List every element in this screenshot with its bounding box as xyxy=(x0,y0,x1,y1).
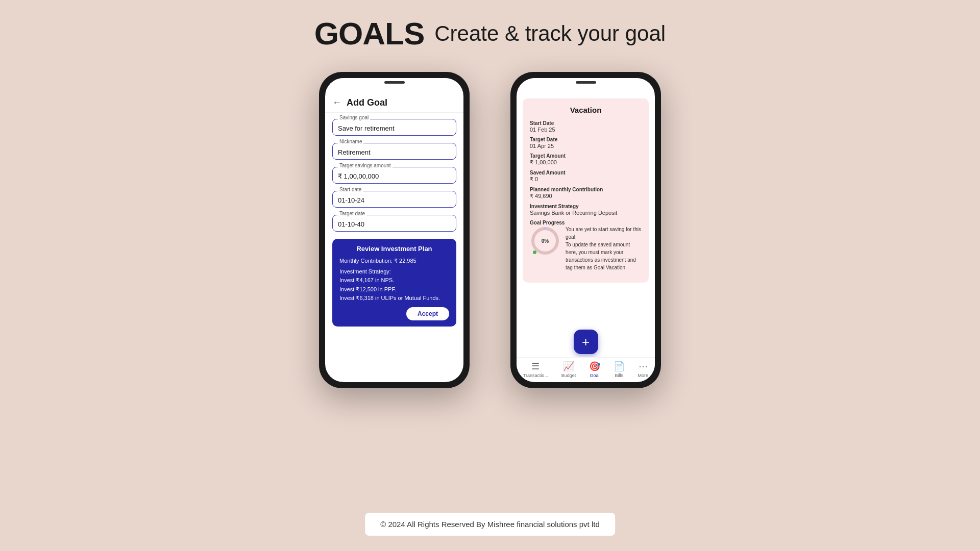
nickname-label: Nickname xyxy=(338,139,363,144)
monthly-contribution-label: Planned monthly Contribution xyxy=(530,187,642,192)
progress-text-detail: To update the saved amount here, you mus… xyxy=(566,241,642,271)
page-header: GOALS Create & track your goal xyxy=(314,15,666,52)
saved-amount-row: Saved Amount ₹ 0 xyxy=(530,170,642,183)
target-amount-label: Target savings amount xyxy=(338,163,393,168)
accept-button[interactable]: Accept xyxy=(406,307,449,320)
start-date-value: 01-10-24 xyxy=(338,195,451,204)
goal-icon: 🎯 xyxy=(589,361,600,372)
strategy-line3: Invest ₹6,318 in ULIPs or Mutual Funds. xyxy=(339,294,449,303)
savings-goal-label: Savings goal xyxy=(338,115,370,120)
budget-icon: 📈 xyxy=(563,361,574,372)
investment-strategy-label: Investment Strategy xyxy=(530,204,642,209)
target-amount-row: Target Amount ₹ 1,00,000 xyxy=(530,153,642,166)
speaker-icon-2 xyxy=(576,81,596,84)
strategy-line2: Invest ₹12,500 in PPF. xyxy=(339,285,449,294)
target-amount-val: ₹ 1,00,000 xyxy=(530,159,642,166)
app-subtitle: Create & track your goal xyxy=(434,21,666,46)
footer: © 2024 All Rights Reserved By Mishree fi… xyxy=(365,513,615,536)
green-dot-icon xyxy=(533,251,536,254)
bills-label: Bills xyxy=(615,373,624,378)
nav-more[interactable]: ⋯ More xyxy=(638,361,649,378)
review-box-title: Review Investment Plan xyxy=(339,245,449,253)
progress-percentage: 0% xyxy=(542,238,549,244)
footer-text: © 2024 All Rights Reserved By Mishree fi… xyxy=(380,520,600,529)
target-amount-value: ₹ 1,00,00,000 xyxy=(338,171,451,180)
nav-budget[interactable]: 📈 Budget xyxy=(561,361,576,378)
monthly-contribution-text: Monthly Contribution: ₹ 22,985 xyxy=(339,257,449,265)
phone1-screen: ← Add Goal Savings goal Save for retirem… xyxy=(325,78,463,382)
start-date-label: Start date xyxy=(338,187,363,192)
nickname-value: Retirement xyxy=(338,147,451,156)
add-goal-form: Savings goal Save for retirement Nicknam… xyxy=(325,113,463,382)
phone2-screen: Vacation Start Date 01 Feb 25 Target Dat… xyxy=(517,78,655,382)
screen-title: Add Goal xyxy=(347,97,387,108)
vacation-card: Vacation Start Date 01 Feb 25 Target Dat… xyxy=(523,98,649,283)
target-date-val: 01 Apr 25 xyxy=(530,143,642,149)
saved-amount-val: ₹ 0 xyxy=(530,176,642,183)
target-date-row: Target Date 01 Apr 25 xyxy=(530,137,642,149)
strategy-label: Investment Strategy: xyxy=(339,267,449,277)
status-bar-2 xyxy=(517,78,655,93)
progress-description: You are yet to start saving for this goa… xyxy=(566,226,642,271)
more-label: More xyxy=(638,373,649,378)
saved-amount-label: Saved Amount xyxy=(530,170,642,176)
monthly-contribution-val: ₹ 49,690 xyxy=(530,193,642,199)
review-investment-box: Review Investment Plan Monthly Contribut… xyxy=(332,239,456,327)
savings-goal-field[interactable]: Savings goal Save for retirement xyxy=(332,119,456,136)
vacation-title: Vacation xyxy=(530,106,642,114)
phone2-notch xyxy=(576,81,596,84)
start-date-field[interactable]: Start date 01-10-24 xyxy=(332,191,456,208)
target-date-value: 01-10-40 xyxy=(338,219,451,228)
back-button[interactable]: ← xyxy=(332,97,341,108)
target-date-label-2: Target Date xyxy=(530,137,642,142)
goal-label: Goal xyxy=(590,373,600,378)
goal-detail-content: Vacation Start Date 01 Feb 25 Target Dat… xyxy=(517,93,655,327)
monthly-contribution-row: Planned monthly Contribution ₹ 49,690 xyxy=(530,187,642,199)
speaker-icon xyxy=(384,81,405,84)
bottom-navigation: ☰ Transactio... 📈 Budget 🎯 Goal 📄 Bills … xyxy=(517,357,655,382)
more-icon: ⋯ xyxy=(639,361,648,372)
progress-circle: 0% xyxy=(530,226,560,256)
goal-progress-label: Goal Progress xyxy=(530,220,642,226)
transactions-label: Transactio... xyxy=(523,373,548,378)
start-date-label-2: Start Date xyxy=(530,120,642,126)
goal-progress-row: Goal Progress 0% You xyxy=(530,220,642,271)
start-date-row: Start Date 01 Feb 25 xyxy=(530,120,642,133)
investment-strategy-val: Savings Bank or Recurring Deposit xyxy=(530,210,642,216)
transactions-icon: ☰ xyxy=(531,361,540,372)
nav-bills[interactable]: 📄 Bills xyxy=(614,361,625,378)
strategy-text: Investment Strategy: Invest ₹4,167 in NP… xyxy=(339,267,449,303)
phone-goal-detail: Vacation Start Date 01 Feb 25 Target Dat… xyxy=(510,72,661,388)
phone-add-goal: ← Add Goal Savings goal Save for retirem… xyxy=(319,72,470,388)
phone1-notch xyxy=(384,81,405,84)
savings-goal-value: Save for retirement xyxy=(338,123,451,132)
add-goal-header: ← Add Goal xyxy=(325,93,463,113)
fab-container: + xyxy=(517,327,655,357)
start-date-val: 01 Feb 25 xyxy=(530,127,642,133)
goal-progress-section: 0% You are yet to start saving for this … xyxy=(530,226,642,271)
target-date-label: Target date xyxy=(338,211,366,216)
investment-strategy-row: Investment Strategy Savings Bank or Recu… xyxy=(530,204,642,216)
target-date-field[interactable]: Target date 01-10-40 xyxy=(332,215,456,232)
target-amount-field[interactable]: Target savings amount ₹ 1,00,00,000 xyxy=(332,167,456,184)
add-goal-fab[interactable]: + xyxy=(574,330,598,354)
status-bar xyxy=(325,78,463,93)
bills-icon: 📄 xyxy=(614,361,625,372)
nav-goal[interactable]: 🎯 Goal xyxy=(589,361,600,378)
target-amount-label-2: Target Amount xyxy=(530,153,642,159)
strategy-line1: Invest ₹4,167 in NPS. xyxy=(339,276,449,285)
budget-label: Budget xyxy=(561,373,576,378)
nickname-field[interactable]: Nickname Retirement xyxy=(332,143,456,160)
app-title: GOALS xyxy=(314,15,424,52)
progress-text-main: You are yet to start saving for this goa… xyxy=(566,226,642,241)
phones-container: ← Add Goal Savings goal Save for retirem… xyxy=(319,72,661,388)
nav-transactions[interactable]: ☰ Transactio... xyxy=(523,361,548,378)
